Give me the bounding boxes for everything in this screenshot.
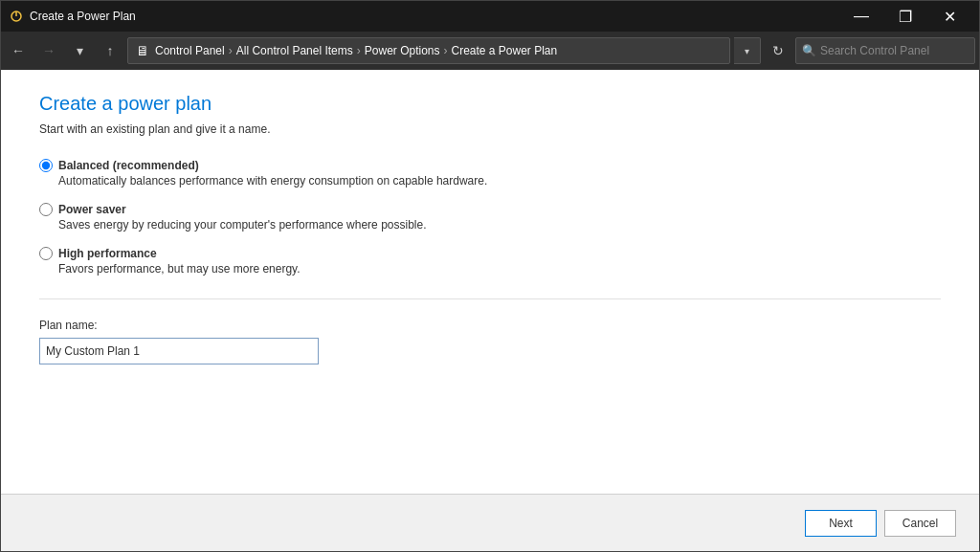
next-button[interactable]: Next xyxy=(805,510,877,537)
plan-option-high-performance-text: High performance xyxy=(58,247,157,260)
main-content: Create a power plan Start with an existi… xyxy=(1,70,979,494)
breadcrumb-control-panel[interactable]: Control Panel xyxy=(155,44,225,57)
folder-icon: 🖥 xyxy=(136,43,149,58)
breadcrumb-create-power-plan[interactable]: Create a Power Plan xyxy=(451,44,557,57)
search-input[interactable] xyxy=(820,44,969,57)
plan-options: Balanced (recommended) Automatically bal… xyxy=(39,159,941,276)
restore-button[interactable]: ❐ xyxy=(883,1,927,32)
recent-locations-button[interactable]: ▾ xyxy=(66,37,93,64)
plan-name-input[interactable] xyxy=(39,338,319,364)
bottom-bar: Next Cancel xyxy=(1,494,979,551)
plan-option-balanced-desc: Automatically balances performance with … xyxy=(58,174,941,188)
forward-button[interactable]: → xyxy=(35,37,62,64)
plan-option-high-performance-label[interactable]: High performance xyxy=(39,247,941,260)
content-area: Create a power plan Start with an existi… xyxy=(1,70,979,551)
plan-option-balanced-label[interactable]: Balanced (recommended) xyxy=(39,159,941,172)
cancel-button[interactable]: Cancel xyxy=(884,510,956,537)
minimize-button[interactable]: — xyxy=(839,1,883,32)
plan-name-section: Plan name: xyxy=(39,319,941,364)
plan-option-power-saver: Power saver Saves energy by reducing you… xyxy=(39,203,941,232)
close-button[interactable]: ✕ xyxy=(927,1,971,32)
search-icon: 🔍 xyxy=(802,44,816,57)
addressbar: ← → ▾ ↑ 🖥 Control Panel › All Control Pa… xyxy=(1,32,979,70)
radio-high-performance[interactable] xyxy=(39,247,53,260)
radio-power-saver[interactable] xyxy=(39,203,53,216)
divider xyxy=(39,298,941,299)
address-path[interactable]: 🖥 Control Panel › All Control Panel Item… xyxy=(127,37,730,64)
titlebar-controls: — ❐ ✕ xyxy=(839,1,971,32)
plan-option-power-saver-label[interactable]: Power saver xyxy=(39,203,941,216)
plan-option-balanced: Balanced (recommended) Automatically bal… xyxy=(39,159,941,188)
plan-option-balanced-text: Balanced (recommended) xyxy=(58,159,199,172)
page-title: Create a power plan xyxy=(39,93,941,115)
power-icon xyxy=(9,9,24,24)
refresh-button[interactable]: ↻ xyxy=(765,37,791,64)
search-box: 🔍 xyxy=(795,37,975,64)
page-subtitle: Start with an existing plan and give it … xyxy=(39,122,941,136)
radio-balanced[interactable] xyxy=(39,159,53,172)
window: Create a Power Plan — ❐ ✕ ← → ▾ ↑ 🖥 Cont… xyxy=(0,0,980,552)
plan-option-power-saver-text: Power saver xyxy=(58,203,126,216)
breadcrumb-all-items[interactable]: All Control Panel Items xyxy=(236,44,353,57)
back-button[interactable]: ← xyxy=(5,37,32,64)
titlebar: Create a Power Plan — ❐ ✕ xyxy=(1,1,979,32)
plan-option-high-performance-desc: Favors performance, but may use more ene… xyxy=(58,262,941,276)
up-button[interactable]: ↑ xyxy=(97,37,123,64)
plan-option-power-saver-desc: Saves energy by reducing your computer's… xyxy=(58,218,941,232)
plan-name-label: Plan name: xyxy=(39,319,941,332)
breadcrumb-power-options[interactable]: Power Options xyxy=(365,44,440,57)
address-dropdown-button[interactable]: ▾ xyxy=(734,37,761,64)
plan-option-high-performance: High performance Favors performance, but… xyxy=(39,247,941,276)
window-title: Create a Power Plan xyxy=(30,10,839,23)
